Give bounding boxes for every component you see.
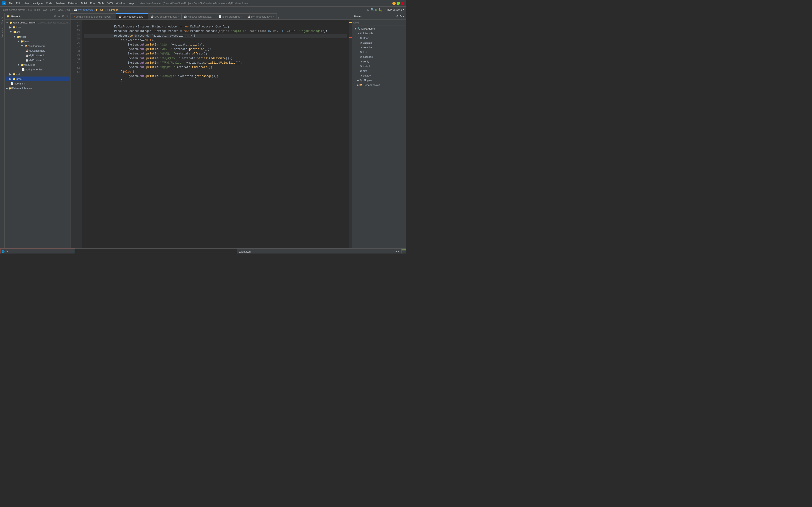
nav-icon-3[interactable]: ↗ — [383, 8, 386, 11]
tab-close-kafkaconsumer[interactable]: × — [212, 15, 214, 18]
tab-label-pom: pom.xml (kafka-demo2-maven) — [75, 15, 111, 18]
menu-help[interactable]: Help — [127, 1, 135, 5]
tree-item-java[interactable]: ▼ 📁 java — [5, 39, 70, 44]
menu-file[interactable]: File — [7, 1, 14, 5]
maven-item-root[interactable]: ▼ 🔧 kafka-demo — [352, 26, 406, 31]
breadcrumb-project[interactable]: kafka-demo2-maven — [2, 8, 26, 11]
tab-pom[interactable]: m pom.xml (kafka-demo2-maven) × — [70, 13, 116, 19]
maven-item-deploy[interactable]: ⚙ deploy — [352, 73, 406, 78]
menu-view[interactable]: View — [22, 1, 31, 5]
java-icon: ☕ — [26, 49, 29, 52]
tree-item-myproducer1[interactable]: ☕ MyProducer1 — [5, 53, 70, 58]
maven-title: Maven — [354, 15, 362, 18]
editor-content: 21 22 23 24 25 26 27 28 29 30 31 32 33 K… — [70, 20, 352, 248]
tree-item-main[interactable]: ▼ 📁 main — [5, 34, 70, 39]
breadcrumb-method[interactable]: ▶ main — [96, 8, 104, 11]
minimize-button[interactable] — [392, 2, 396, 5]
tab-myproducer2[interactable]: ☕ MyProducer2.java × — [245, 13, 277, 19]
breadcrumb-src[interactable]: src — [28, 8, 32, 11]
breadcrumb-com[interactable]: com — [50, 8, 55, 11]
props-icon: 📄 — [21, 68, 25, 71]
services-minimize-icon[interactable]: − — [9, 250, 10, 253]
maven-goal-icon2: ⚙ — [360, 41, 362, 44]
tree-label-package: com.lagou.edu — [28, 45, 45, 47]
menu-build[interactable]: Build — [80, 1, 88, 5]
maven-item-install[interactable]: ⚙ install — [352, 64, 406, 68]
vert-tab-structure[interactable]: Structure — [0, 13, 4, 26]
tree-item-external[interactable]: ▶ 📁 External Libraries — [5, 86, 70, 91]
event-log-close-icon[interactable]: − — [398, 250, 399, 253]
tree-item-myproducer2[interactable]: ☕ MyProducer2 — [5, 58, 70, 62]
java-tab-icon3: ☕ — [184, 15, 187, 18]
tree-item-root[interactable]: ▼ 📁 kafka-demo2-maven D:\work\Java\IdeaP… — [5, 20, 70, 25]
menu-window[interactable]: Window — [115, 1, 126, 5]
panel-collapse-icon[interactable]: ≡ — [58, 14, 60, 18]
tab-myconsumer1[interactable]: ☕ MyConsumer1.java × — [148, 13, 182, 19]
line-numbers: 21 22 23 24 25 26 27 28 29 30 31 32 33 — [72, 20, 82, 248]
breadcrumb-myproducer[interactable]: ☕ MyProducer1 — [74, 8, 93, 11]
tab-close-pom[interactable]: × — [112, 15, 114, 18]
tab-close-myconsumer1[interactable]: × — [177, 15, 179, 18]
menu-refactor[interactable]: Refactor — [66, 1, 79, 5]
tab-close-log4j[interactable]: × — [241, 15, 243, 18]
debug-button[interactable]: 🐛 — [378, 8, 382, 11]
more-tabs-icon[interactable]: ▾ — [278, 16, 279, 19]
services-settings-icon[interactable]: ⚙ — [6, 250, 8, 253]
nav-icon-2[interactable]: 🔍 — [370, 8, 374, 11]
tree-item-src[interactable]: ▼ 📁 src — [5, 30, 70, 34]
tree-item-log4j[interactable]: 📄 log4j.properties — [5, 67, 70, 72]
tree-item-pom[interactable]: 📄 m pom.xml — [5, 81, 70, 86]
maximize-button[interactable] — [397, 2, 400, 5]
tab-kafkaconsumer[interactable]: ☕ KafkaConsumer.java × — [182, 13, 216, 19]
tab-close-myproducer1[interactable]: × — [144, 15, 146, 18]
maven-item-plugins[interactable]: ▶ 🔌 Plugins — [352, 78, 406, 82]
maven-item-verify[interactable]: ⚙ verify — [352, 59, 406, 64]
breadcrumb-lagou[interactable]: lagou — [58, 8, 64, 11]
tab-close-myproducer2[interactable]: × — [273, 15, 274, 18]
maven-item-package[interactable]: ⚙ package — [352, 54, 406, 59]
maven-item-validate[interactable]: ⚙ validate — [352, 40, 406, 45]
nav-icon-1[interactable]: ⚙ — [367, 8, 369, 11]
tree-item-package[interactable]: ▼ 📦 com.lagou.edu — [5, 44, 70, 48]
maven-item-test[interactable]: ⚙ test — [352, 50, 406, 54]
tree-item-idea[interactable]: ▶ 📁 .idea — [5, 25, 70, 30]
menu-tools[interactable]: Tools — [97, 1, 105, 5]
panel-sync-icon[interactable]: ⟳ — [54, 14, 57, 18]
tree-item-test[interactable]: ▶ 📁 test — [5, 72, 70, 76]
menu-edit[interactable]: Edit — [14, 1, 22, 5]
maven-item-clean[interactable]: ⚙ clean — [352, 36, 406, 40]
panel-close-icon[interactable]: × — [66, 14, 68, 18]
tab-log4j[interactable]: 📄 log4j.properties × — [216, 13, 245, 19]
tree-label-pom-name: pom.xml — [16, 82, 26, 85]
maven-close-icon[interactable]: × — [403, 15, 404, 18]
code-editor[interactable]: KafkaProducer<Integer,String> producer =… — [82, 20, 349, 248]
menu-run[interactable]: Run — [89, 1, 96, 5]
folder-icon: 📁 — [21, 40, 24, 43]
breadcrumb-lambda[interactable]: λ Lambda — [107, 8, 118, 11]
menu-code[interactable]: Code — [45, 1, 54, 5]
run-button[interactable]: ▶ — [375, 8, 377, 11]
tab-myproducer1[interactable]: ☕ MyProducer1.java × — [116, 13, 148, 19]
event-log-settings-icon[interactable]: ⚙ — [395, 250, 397, 253]
breadcrumb-edu[interactable]: edu — [67, 8, 71, 11]
tree-item-target[interactable]: ▶ 📁 target — [5, 76, 70, 81]
panel-settings-icon[interactable]: ⚙ — [61, 14, 65, 18]
maven-tree: ▼ 🔧 kafka-demo ▼ ⚙ Lifecycle ⚙ clean ⚙ v… — [352, 26, 406, 248]
tree-item-myconsumer[interactable]: ☕ MyConsumer1 — [5, 48, 70, 53]
close-button[interactable] — [401, 2, 404, 5]
menu-analyze[interactable]: Analyze — [54, 1, 66, 5]
breadcrumb-main[interactable]: main — [34, 8, 40, 11]
maven-item-compile[interactable]: ⚙ compile — [352, 45, 406, 50]
tree-item-resources[interactable]: ▼ 📁 resources — [5, 62, 70, 67]
menu-vcs[interactable]: VCS — [106, 1, 114, 5]
maven-refresh-icon[interactable]: ⟳ — [396, 15, 399, 18]
nav-icons: ⚙ 🔍 ▶ 🐛 ↗ MyProducer1 ▾ — [367, 8, 404, 11]
menu-navigate[interactable]: Navigate — [31, 1, 44, 5]
maven-item-lifecycle[interactable]: ▼ ⚙ Lifecycle — [352, 31, 406, 36]
breadcrumb-java[interactable]: java — [43, 8, 47, 11]
run-config-label[interactable]: MyProducer1 ▾ — [387, 8, 404, 11]
maven-item-deps[interactable]: ▶ 📦 Dependencies — [352, 82, 406, 87]
maven-item-site[interactable]: ⚙ site — [352, 68, 406, 73]
maven-settings-icon[interactable]: ⚙ — [399, 15, 402, 18]
vert-tab-favorites[interactable]: Favorites — [0, 26, 4, 40]
